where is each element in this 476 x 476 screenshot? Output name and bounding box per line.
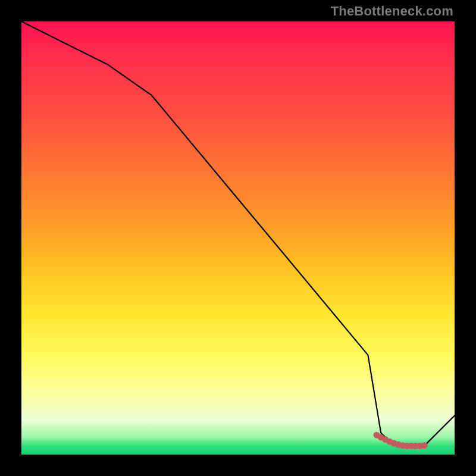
chart-svg (21, 21, 455, 455)
watermark-text: TheBottleneck.com (331, 4, 453, 19)
bottleneck-curve (21, 21, 455, 446)
plot-area (21, 21, 455, 455)
sweet-spot-markers (374, 432, 428, 449)
sweet-spot-marker (421, 442, 428, 449)
chart-frame: TheBottleneck.com (0, 0, 476, 476)
